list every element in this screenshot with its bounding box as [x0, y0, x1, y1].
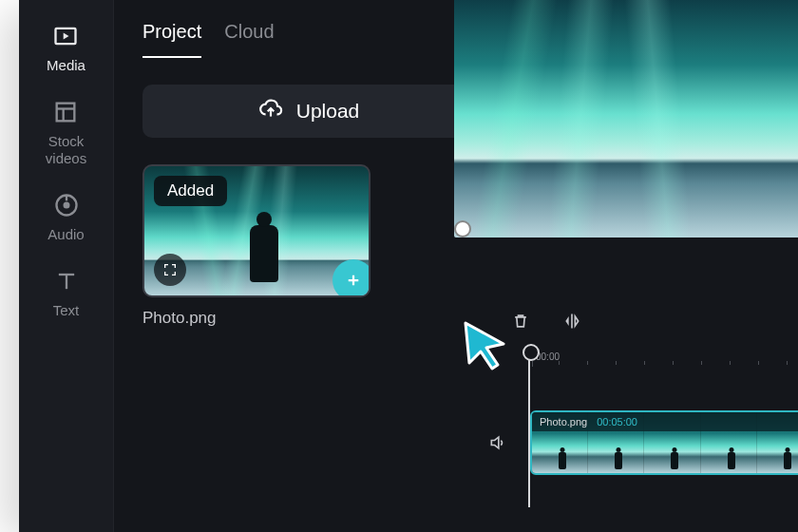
tab-project[interactable]: Project: [142, 21, 201, 58]
layout-icon: [52, 99, 79, 125]
timeline: 00:00 00:03 Photo.png 00:05:00: [454, 238, 798, 532]
panel-tabs: Project Cloud: [114, 0, 504, 58]
svg-point-5: [64, 203, 68, 208]
clip-filename: Photo.png: [540, 416, 587, 428]
fullscreen-icon[interactable]: [154, 254, 186, 286]
mute-icon[interactable]: [488, 433, 507, 456]
media-thumbnail: Added: [142, 164, 370, 297]
sidebar-item-label: Stock videos: [46, 133, 86, 167]
sidebar-item-label: Text: [53, 302, 80, 319]
preview-canvas[interactable]: [454, 0, 798, 238]
delete-icon[interactable]: [511, 312, 530, 334]
sidebar-item-label: Media: [47, 57, 86, 74]
text-icon: [53, 268, 80, 294]
add-to-timeline-button[interactable]: [332, 259, 370, 297]
cloud-upload-icon: [258, 97, 283, 126]
sidebar-item-audio[interactable]: Audio: [48, 192, 84, 243]
media-panel: Project Cloud Upload Added Photo.png: [114, 0, 504, 532]
timeline-ruler[interactable]: 00:00 00:03: [521, 352, 798, 374]
added-badge: Added: [154, 176, 227, 206]
media-icon: [52, 23, 79, 49]
sidebar: Media Stock videos Audio Text: [19, 0, 114, 532]
clip-duration: 00:05:00: [597, 416, 637, 428]
sidebar-item-label: Audio: [48, 226, 84, 243]
sidebar-item-text[interactable]: Text: [53, 268, 80, 319]
sidebar-item-media[interactable]: Media: [47, 23, 86, 74]
audio-icon: [53, 192, 80, 218]
upload-label: Upload: [296, 100, 360, 123]
upload-button[interactable]: Upload: [142, 85, 475, 138]
resize-handle-icon[interactable]: [456, 222, 469, 236]
mirror-icon[interactable]: [562, 312, 581, 334]
svg-rect-1: [57, 104, 75, 122]
sidebar-item-stock-videos[interactable]: Stock videos: [46, 99, 86, 167]
timeline-clip[interactable]: Photo.png 00:05:00: [530, 410, 798, 475]
media-item[interactable]: Added Photo.png: [142, 164, 370, 328]
tab-cloud[interactable]: Cloud: [224, 21, 274, 58]
media-filename: Photo.png: [142, 309, 370, 328]
playhead[interactable]: [528, 346, 530, 507]
